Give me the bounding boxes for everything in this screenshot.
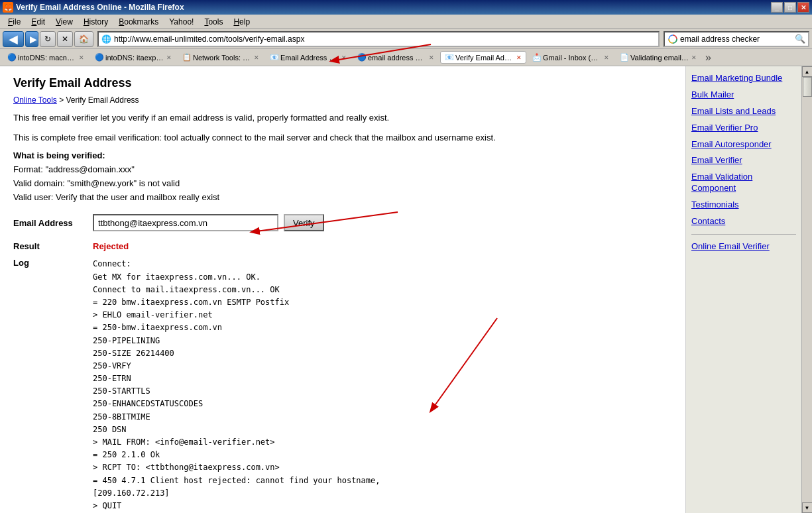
bookmark-close-icon[interactable]: ✕ bbox=[429, 54, 434, 61]
sidebar-link-email-marketing[interactable]: Email Marketing Bundle bbox=[691, 73, 796, 84]
sidebar-link-testimonials[interactable]: Testimonials bbox=[691, 200, 796, 211]
sidebar-link-bulk-mailer[interactable]: Bulk Mailer bbox=[691, 89, 796, 101]
menu-tools[interactable]: Tools bbox=[199, 16, 228, 28]
log-row: Log Connect: Get MX for itaexpress.com.v… bbox=[13, 258, 672, 512]
scroll-thumb[interactable] bbox=[803, 77, 812, 97]
bookmark-network-tools[interactable]: 📋 Network Tools: D... ✕ bbox=[178, 51, 264, 64]
sidebar-link-online-email-verifier[interactable]: Online Email Verifier bbox=[691, 241, 796, 251]
log-line: > EHLO email-verifier.net bbox=[93, 309, 380, 321]
address-bar[interactable]: http://www.email-unlimited.com/tools/ver… bbox=[114, 34, 656, 44]
back-button[interactable]: ◀ bbox=[3, 31, 24, 47]
forward-button[interactable]: ▶ bbox=[25, 31, 38, 47]
log-line: > QUIT bbox=[93, 500, 380, 512]
log-line: Connect to mail.itaexpress.com.vn... OK bbox=[93, 284, 380, 296]
maximize-button[interactable]: □ bbox=[784, 2, 796, 13]
verified-line-3: Valid user: Verify that the user and mai… bbox=[13, 191, 672, 205]
menu-view[interactable]: View bbox=[50, 16, 78, 28]
what-verified-content: Format: "address@domain.xxx" Valid domai… bbox=[13, 163, 672, 204]
sidebar: Email Marketing Bundle Bulk Mailer Email… bbox=[685, 66, 801, 513]
menu-help[interactable]: Help bbox=[228, 16, 255, 28]
main-area: Verify Email Address Online Tools > Veri… bbox=[0, 66, 812, 513]
browser-icon: 🦊 bbox=[3, 2, 13, 13]
verify-button[interactable]: Verify bbox=[284, 214, 324, 231]
close-button[interactable]: ✕ bbox=[797, 2, 809, 13]
result-label: Result bbox=[13, 241, 93, 251]
minimize-button[interactable]: _ bbox=[771, 2, 783, 13]
result-row: Result Rejected bbox=[13, 241, 672, 251]
bookmark-icon: 🔵 bbox=[357, 53, 367, 62]
google-search-icon bbox=[667, 34, 678, 44]
window-title: Verify Email Address Online - Mozilla Fi… bbox=[16, 3, 184, 12]
log-line: 250-SIZE 26214400 bbox=[93, 347, 380, 360]
nav-bar: ◀ ▶ ↻ ✕ 🏠 🌐 http://www.email-unlimited.c… bbox=[0, 29, 812, 49]
scroll-down-button[interactable]: ▼ bbox=[802, 502, 813, 513]
home-button[interactable]: 🏠 bbox=[74, 31, 93, 47]
log-line: > MAIL FROM: <info@email-verifier.net> bbox=[93, 436, 380, 449]
bookmark-close-icon[interactable]: ✕ bbox=[691, 54, 697, 61]
result-value: Rejected bbox=[93, 241, 129, 251]
sidebar-link-email-autoresponder[interactable]: Email Autoresponder bbox=[691, 139, 796, 150]
search-magnify-icon[interactable]: 🔍 bbox=[795, 34, 805, 44]
log-line: Get MX for itaexpress.com.vn... OK. bbox=[93, 271, 380, 284]
window-controls: _ □ ✕ bbox=[771, 2, 809, 13]
verified-line-2: Valid domain: "smith@new.york" is not va… bbox=[13, 177, 672, 191]
bookmark-bar: 🔵 intoDNS: macnels... ✕ 🔵 intoDNS: itaex… bbox=[0, 49, 812, 66]
bookmark-icon: 📄 bbox=[620, 53, 629, 62]
log-content: Connect: Get MX for itaexpress.com.vn...… bbox=[93, 258, 380, 512]
description2: This is complete free email verification… bbox=[13, 131, 672, 144]
log-line: 250-VRFY bbox=[93, 360, 380, 372]
email-input[interactable] bbox=[93, 214, 278, 231]
what-verified-title: What is being verified: bbox=[13, 150, 672, 160]
search-bar-text[interactable]: email address checker bbox=[680, 34, 795, 44]
bookmark-close-icon[interactable]: ✕ bbox=[254, 54, 259, 61]
log-line: = 250 2.1.0 Ok bbox=[93, 449, 380, 461]
bookmark-close-icon[interactable]: ✕ bbox=[516, 54, 522, 61]
bookmark-intodns-macnels[interactable]: 🔵 intoDNS: macnels... ✕ bbox=[3, 51, 89, 64]
email-label: Email Address bbox=[13, 218, 93, 228]
scroll-up-button[interactable]: ▲ bbox=[802, 66, 813, 77]
scroll-track[interactable] bbox=[803, 77, 812, 502]
bookmark-icon: 📋 bbox=[182, 53, 192, 62]
scrollbar[interactable]: ▲ ▼ bbox=[801, 66, 812, 513]
menu-file[interactable]: File bbox=[3, 16, 26, 28]
bookmark-close-icon[interactable]: ✕ bbox=[604, 54, 609, 61]
log-line: [209.160.72.213] bbox=[93, 487, 380, 500]
breadcrumb-link[interactable]: Online Tools bbox=[13, 95, 57, 105]
bookmark-close-icon[interactable]: ✕ bbox=[79, 54, 84, 61]
stop-button[interactable]: ✕ bbox=[57, 31, 73, 47]
sidebar-link-email-validation[interactable]: Email Validation Component bbox=[691, 172, 796, 194]
bookmark-verify-email-addr[interactable]: 📧 Verify Email Addr... ✕ bbox=[440, 51, 526, 64]
bookmark-close-icon[interactable]: ✕ bbox=[166, 54, 172, 61]
sidebar-link-email-lists[interactable]: Email Lists and Leads bbox=[691, 106, 796, 117]
bookmark-intodns-itaexpre[interactable]: 🔵 intoDNS: itaexpre... ✕ bbox=[90, 51, 176, 64]
verified-line-1: Format: "address@domain.xxx" bbox=[13, 163, 672, 177]
bookmark-validating-email[interactable]: 📄 Validating email a... ✕ bbox=[615, 51, 701, 64]
sidebar-link-contacts[interactable]: Contacts bbox=[691, 216, 796, 227]
what-verified-section: What is being verified: Format: "address… bbox=[13, 150, 672, 204]
sidebar-link-email-verifier[interactable]: Email Verifier bbox=[691, 155, 796, 166]
log-label: Log bbox=[13, 258, 93, 512]
log-line: = 220 bmw.itaexpress.com.vn ESMTP Postfi… bbox=[93, 296, 380, 309]
reload-button[interactable]: ↻ bbox=[40, 31, 56, 47]
log-line: 250-ENHANCEDSTATUSCODES bbox=[93, 398, 380, 410]
bookmark-email-address-checker[interactable]: 🔵 email address che... ✕ bbox=[353, 51, 439, 64]
bookmark-add-button[interactable]: » bbox=[703, 52, 714, 64]
menu-yahoo[interactable]: Yahoo! bbox=[164, 16, 199, 28]
log-line: 250-ETRN bbox=[93, 372, 380, 385]
description1: This free email verifier let you verify … bbox=[13, 111, 672, 125]
sidebar-divider bbox=[691, 234, 796, 235]
bookmark-icon: 🔵 bbox=[95, 53, 104, 62]
bookmark-gmail-inbox[interactable]: 📩 Gmail - Inbox (12... ✕ bbox=[528, 51, 614, 64]
breadcrumb-current: Verify Email Address bbox=[66, 95, 139, 105]
log-line: 250-PIPELINING bbox=[93, 335, 380, 347]
menu-edit[interactable]: Edit bbox=[26, 16, 50, 28]
bookmark-icon: 📧 bbox=[270, 53, 279, 62]
bookmark-icon: 🔵 bbox=[7, 53, 17, 62]
content-area: Verify Email Address Online Tools > Veri… bbox=[0, 66, 685, 513]
bookmark-icon: 📧 bbox=[445, 53, 454, 62]
menu-history[interactable]: History bbox=[78, 16, 113, 28]
bookmark-email-address-ch[interactable]: 📧 Email Address Ch... ✕ bbox=[265, 51, 351, 64]
menu-bookmarks[interactable]: Bookmarks bbox=[113, 16, 164, 28]
sidebar-link-email-verifier-pro[interactable]: Email Verifier Pro bbox=[691, 123, 796, 134]
bookmark-close-icon[interactable]: ✕ bbox=[341, 54, 347, 61]
